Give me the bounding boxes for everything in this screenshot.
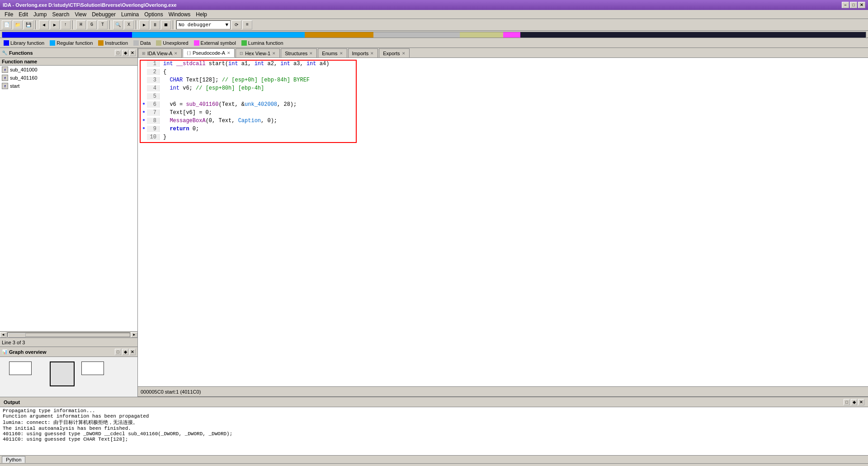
legend-bar: Library functionRegular functionInstruct…: [0, 38, 868, 48]
line-number-10: 10: [147, 134, 160, 140]
toolbar-btn-graph[interactable]: G: [87, 20, 97, 29]
tab-structures[interactable]: Structures✕: [281, 48, 317, 57]
line-number-5: 5: [147, 93, 160, 100]
minimize-button[interactable]: −: [842, 2, 849, 8]
menu-item-options[interactable]: Options: [142, 10, 165, 19]
close-button[interactable]: ✕: [858, 2, 865, 8]
function-item-sub_401160[interactable]: fsub_401160: [0, 74, 137, 82]
menu-item-view[interactable]: View: [72, 10, 89, 19]
menu-item-lumina[interactable]: Lumina: [118, 10, 142, 19]
tab-label-3: Structures: [285, 51, 307, 56]
left-panel: 🔧 Functions □ ◈ ✕ Function name fsub_401…: [0, 48, 138, 396]
titlebar-controls: − □ ✕: [842, 2, 865, 8]
tab-hex-view-1[interactable]: ⊡Hex View-1✕: [236, 48, 280, 57]
graph-maximize-btn[interactable]: □: [115, 349, 121, 355]
output-line-3: The initial autoanalysis has been finish…: [3, 426, 865, 431]
tab-pseudocode-a[interactable]: { }Pseudocode-A✕: [183, 48, 235, 57]
line-code-9: return 0;: [160, 126, 199, 132]
menu-item-windows[interactable]: Windows: [166, 10, 193, 19]
line-code-1: int __stdcall start(int a1, int a2, int …: [160, 61, 329, 67]
function-icon-sub_401000: f: [2, 67, 8, 73]
graph-float-btn[interactable]: ◈: [122, 349, 128, 355]
tab-close-btn-0[interactable]: ✕: [174, 51, 178, 56]
output-float-btn[interactable]: ◈: [851, 399, 857, 405]
legend-color-4: [156, 40, 161, 46]
output-close-btn[interactable]: ✕: [858, 399, 864, 405]
tab-label-6: Exports: [383, 51, 400, 56]
debugger-dropdown[interactable]: No debugger ▼: [176, 20, 231, 29]
line-number-4: 4: [147, 85, 160, 91]
functions-maximize-btn[interactable]: □: [115, 50, 121, 56]
scroll-right-btn[interactable]: ▶: [131, 332, 137, 338]
separator-2: [72, 20, 74, 29]
tab-enums[interactable]: Enums✕: [318, 48, 347, 57]
function-item-sub_401000[interactable]: fsub_401000: [0, 66, 137, 74]
scrollbar-horizontal[interactable]: ◀ ▶: [0, 331, 137, 338]
toolbar-btn-stop[interactable]: ⏹: [161, 20, 171, 29]
menu-item-search[interactable]: Search: [49, 10, 72, 19]
legend-color-2: [98, 40, 104, 46]
line-code-2: {: [160, 69, 166, 75]
line-dot-7: ●: [141, 109, 147, 114]
toolbar-btn-new[interactable]: 📄: [2, 20, 12, 29]
line-dot-6: ●: [141, 101, 147, 106]
toolbar-btn-forward[interactable]: ▶: [50, 20, 60, 29]
menu-item-help[interactable]: Help: [193, 10, 210, 19]
code-area[interactable]: 1int __stdcall start(int a1, int a2, int…: [138, 58, 868, 386]
line-code-3: CHAR Text[128]; // [esp+0h] [ebp-84h] BY…: [160, 77, 310, 83]
scroll-track[interactable]: [7, 333, 130, 337]
menu-item-jump[interactable]: Jump: [31, 10, 49, 19]
toolbar-btn-run[interactable]: ▶: [139, 20, 149, 29]
toolbar-btn-text[interactable]: T: [98, 20, 108, 29]
tab-label-1: Pseudocode-A: [193, 50, 225, 56]
legend-item-1: Regular function: [50, 40, 93, 46]
function-item-start[interactable]: fstart: [0, 82, 137, 90]
graph-overview: 📊 Graph overview □ ◈ ✕: [0, 347, 137, 396]
menu-item-file[interactable]: File: [2, 10, 16, 19]
toolbar-btn-step[interactable]: ⟳: [231, 20, 241, 29]
toolbar-btn-open[interactable]: 📁: [13, 20, 23, 29]
toolbar-btn-up[interactable]: ↑: [61, 20, 71, 29]
tab-imports[interactable]: Imports✕: [348, 48, 378, 57]
tab-exports[interactable]: Exports✕: [379, 48, 409, 57]
toolbar-btn-xref[interactable]: X: [124, 20, 134, 29]
bottom-statusbar: AU: idle Down Disk: 143GB CSDN @sheepota…: [0, 463, 868, 466]
menu-item-edit[interactable]: Edit: [16, 10, 31, 19]
output-header-controls: □ ◈ ✕: [844, 399, 864, 405]
scroll-thumb[interactable]: [8, 333, 26, 338]
main-area: 🔧 Functions □ ◈ ✕ Function name fsub_401…: [0, 48, 868, 396]
tab-label-5: Imports: [352, 51, 369, 56]
tab-close-btn-1[interactable]: ✕: [227, 51, 231, 55]
toolbar-btn-pause[interactable]: ⏸: [150, 20, 160, 29]
code-line-2: 2{: [141, 69, 356, 77]
line-code-6: v6 = sub_401160(Text, &unk_402008, 28);: [160, 101, 297, 108]
progress-empty: [520, 32, 866, 38]
tab-close-btn-2[interactable]: ✕: [272, 51, 276, 56]
toolbar-btn-save[interactable]: 💾: [24, 20, 33, 29]
toolbar-btn-modules[interactable]: ≡: [242, 20, 252, 29]
output-maximize-btn[interactable]: □: [844, 399, 850, 405]
toolbar-btn-back[interactable]: ◀: [39, 20, 49, 29]
legend-item-3: Data: [133, 40, 151, 46]
tab-close-btn-4[interactable]: ✕: [340, 51, 343, 56]
graph-close-btn[interactable]: ✕: [129, 349, 136, 355]
scroll-left-btn[interactable]: ◀: [0, 332, 6, 338]
tab-close-btn-6[interactable]: ✕: [402, 51, 406, 56]
tab-close-btn-5[interactable]: ✕: [370, 51, 374, 56]
functions-close-btn[interactable]: ✕: [129, 50, 136, 56]
tab-close-btn-3[interactable]: ✕: [309, 51, 313, 56]
legend-color-6: [241, 40, 247, 46]
functions-float-btn[interactable]: ◈: [122, 50, 128, 56]
function-icon-sub_401160: f: [2, 75, 8, 81]
graph-overview-title: Graph overview: [9, 349, 47, 355]
python-tab[interactable]: Python: [2, 456, 25, 463]
tab-ida-view-a[interactable]: ⊞IDA View-A✕: [138, 48, 182, 57]
functions-status: Line 3 of 3: [0, 338, 137, 347]
function-icon-start: f: [2, 83, 8, 89]
menu-item-debugger[interactable]: Debugger: [89, 10, 118, 19]
restore-button[interactable]: □: [850, 2, 857, 8]
toolbar-btn-search[interactable]: 🔍: [113, 20, 123, 29]
separator-5: [173, 20, 175, 29]
line-number-6: 6: [147, 101, 160, 108]
toolbar-btn-hex[interactable]: H: [76, 20, 86, 29]
